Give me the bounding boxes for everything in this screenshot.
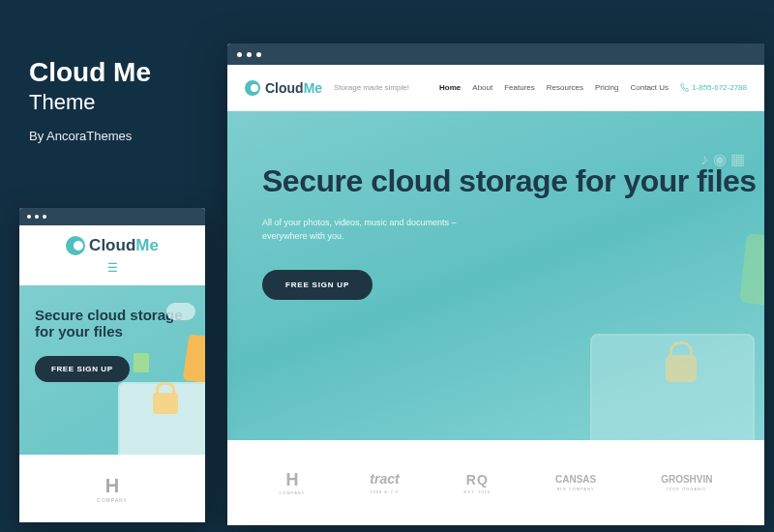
mobile-brand-row: HCOMPANY <box>19 455 205 522</box>
brand-logo: HCOMPANY <box>279 470 305 495</box>
signup-button[interactable]: FREE SIGN UP <box>262 270 372 300</box>
hamburger-icon[interactable]: ☰ <box>107 261 118 275</box>
document-illustration-icon <box>134 353 149 372</box>
window-dot <box>35 215 39 219</box>
promo-author: By AncoraThemes <box>29 129 151 143</box>
phone-number: 1-855-672-2788 <box>692 83 747 92</box>
logo-text-1: Cloud <box>89 236 135 254</box>
promo-title-block: Cloud Me Theme By AncoraThemes <box>29 58 151 143</box>
cloud-logo-icon <box>66 236 85 255</box>
window-titlebar <box>19 208 205 225</box>
hero-title: Secure cloud storage for your files <box>262 164 764 198</box>
window-dot <box>256 52 261 57</box>
mobile-hero-section: Secure cloud storage for your files FREE… <box>19 285 205 455</box>
promo-subtitle: Theme <box>29 90 151 115</box>
phone-illustration-icon <box>739 233 764 307</box>
nav-features[interactable]: Features <box>504 83 535 92</box>
logo-text-2: Me <box>135 236 159 254</box>
nav-about[interactable]: About <box>472 83 492 92</box>
window-dot <box>237 52 242 57</box>
header-phone[interactable]: 1-855-672-2788 <box>680 83 747 92</box>
window-dot <box>27 215 31 219</box>
window-titlebar <box>227 44 764 65</box>
brand-logo: RQEST. 2010 <box>464 472 491 494</box>
hero-decorative-icons: ♪ ◉ ▦ <box>700 150 745 168</box>
nav-pricing[interactable]: Pricing <box>595 83 618 92</box>
logo-text-1: Cloud <box>265 80 304 96</box>
logo-text-2: Me <box>304 80 322 96</box>
nav-resources[interactable]: Resources <box>547 83 583 92</box>
brand-logo: tract2006 N.Y.C <box>370 471 399 494</box>
lock-illustration-icon <box>153 393 178 414</box>
brand-logo: HCOMPANY <box>97 475 128 503</box>
signup-button[interactable]: FREE SIGN UP <box>35 356 130 382</box>
brand-row: HCOMPANY tract2006 N.Y.C RQEST. 2010 CAN… <box>227 440 764 525</box>
site-header: CloudMe Storage made simple! Home About … <box>227 65 764 111</box>
phone-icon <box>680 83 689 92</box>
hero-section: ♪ ◉ ▦ Secure cloud storage for your file… <box>227 111 764 440</box>
cloud-illustration-icon <box>166 303 195 320</box>
window-dot <box>247 52 252 57</box>
window-dot <box>43 215 46 219</box>
nav-home[interactable]: Home <box>439 83 461 92</box>
mobile-preview: CloudMe ☰ Secure cloud storage for your … <box>19 208 205 522</box>
brand-logo: GROSHVIN100% ORGANIC <box>661 474 712 491</box>
mobile-site-header: CloudMe ☰ <box>19 225 205 285</box>
promo-title: Cloud Me <box>29 58 151 88</box>
desktop-preview: CloudMe Storage made simple! Home About … <box>227 44 764 525</box>
hero-subtitle: All of your photos, videos, music and do… <box>262 216 764 244</box>
cloud-logo-icon <box>245 80 260 96</box>
logo[interactable]: CloudMe <box>66 236 159 255</box>
logo[interactable]: CloudMe <box>245 80 322 96</box>
phone-illustration-icon <box>183 334 205 383</box>
lock-illustration-icon <box>666 355 697 382</box>
nav-contact[interactable]: Contact Us <box>630 83 669 92</box>
main-nav: Home About Features Resources Pricing Co… <box>439 83 669 92</box>
brand-logo: CANSASBIG COMPANY <box>555 474 596 491</box>
tagline: Storage made simple! <box>334 83 409 92</box>
